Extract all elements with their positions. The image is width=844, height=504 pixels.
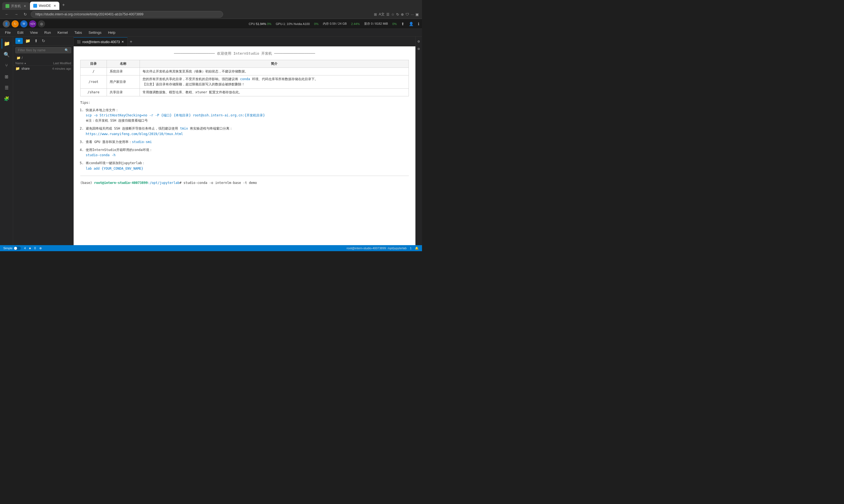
tips-title: Tips:	[80, 100, 409, 105]
file-list-header: Name ▲ Last Modified	[13, 61, 73, 66]
tip1-text: 快速从本地上传文件：	[86, 108, 119, 112]
back-button[interactable]: ←	[3, 12, 11, 17]
tip2-text: 避免因终端关闭或 SSH 连接断开导致任务终止，强烈建议使用 tmix 将实验进…	[86, 127, 233, 130]
user-avatar-icon[interactable]: 👤	[3, 20, 10, 28]
simple-mode-toggle[interactable]: Simple	[3, 247, 21, 250]
toggle-thumb	[14, 247, 17, 250]
target-icon[interactable]: ◎	[38, 20, 45, 28]
browser-chrome: 开发机 ✕ WebIDE ✕ + ← → ↻ ⊞ A文 ☰ ☆ ↻ ⊕ 🛡 ··…	[0, 0, 422, 19]
upload-button[interactable]: ⬆	[401, 22, 404, 26]
welcome-title: ─────────────────── 欢迎使用 InternStudio 开发…	[80, 51, 409, 57]
new-folder-button[interactable]: 📁	[24, 38, 32, 44]
activity-bar: 📁 🔍 ⑂ ⊞ ☰ 🧩	[0, 37, 13, 245]
refresh-button[interactable]: ↻	[22, 12, 29, 17]
tab-favicon-dev	[5, 4, 9, 8]
sidebar-toolbar: + 📁 ⬆ ↻	[13, 37, 73, 46]
tab-close-dev[interactable]: ✕	[24, 4, 26, 8]
browser-tab-dev[interactable]: 开发机 ✕	[2, 2, 29, 10]
tip-2: 避免因终端关闭或 SSH 连接断开导致任务终止，强烈建议使用 tmix 将实验进…	[86, 126, 409, 137]
row2-desc: 您的所有开发机共享此目录，不受开发机的启停影响。强烈建议将 conda 环境、代…	[140, 75, 409, 88]
status-path: root@intern-studio-40073899: /opt/jupyte…	[346, 247, 406, 250]
info-button[interactable]: ℹ	[418, 22, 419, 26]
editor-tab-terminal[interactable]: ⬛ root@intern-studio-40073 ✕	[74, 37, 127, 46]
menu-kernel[interactable]: Kernel	[55, 30, 71, 35]
activity-list-icon[interactable]: ☰	[2, 83, 12, 92]
translate-button[interactable]: A文	[379, 12, 385, 17]
new-tab-button[interactable]: +	[60, 1, 67, 8]
menu-help[interactable]: Help	[105, 30, 118, 35]
right-panel-btn2[interactable]: ⚙	[416, 46, 421, 52]
main-layout: 📁 🔍 ⑂ ⊞ ☰ 🧩 + 📁 ⬆ ↻ 🔍 📁 / Name ▲	[0, 37, 422, 245]
resource-stats: CPU 51.94% 0% GPU-1: 10% Nvidia A100 0% …	[248, 22, 419, 26]
menu-bar: File Edit View Run Kernel Tabs Settings …	[0, 29, 422, 37]
menu-file[interactable]: File	[2, 30, 14, 35]
menu-settings[interactable]: Settings	[86, 30, 104, 35]
tip2-url: https://www.ruanyifeng.com/blog/2019/10/…	[86, 132, 183, 136]
brand-icon[interactable]: W	[20, 20, 28, 28]
favorites-button[interactable]: ☆	[391, 12, 395, 16]
row2-dir: /root	[81, 75, 107, 88]
code-icon[interactable]: </>	[29, 20, 36, 28]
folder-icon: 📁	[16, 56, 21, 60]
toggle-track[interactable]	[14, 247, 21, 250]
row1-name: 系统目录	[107, 68, 140, 75]
activity-files-icon[interactable]: 📁	[2, 39, 12, 49]
mem-stat: 内存 0.59 / 24 GB	[323, 22, 347, 26]
bell-icon[interactable]: 🔔	[415, 247, 419, 250]
list-item[interactable]: 📁 share 4 minutes ago	[13, 66, 73, 71]
right-panel-btn1[interactable]: ⚙	[416, 39, 421, 44]
activity-source-control-icon[interactable]: ⑂	[2, 61, 12, 71]
row1-desc: 每次停止开发机会将其恢复至系统（镜像）初始状态，不建议存储数据。	[140, 68, 409, 75]
language-icon[interactable]: ⊕	[39, 247, 42, 250]
add-tab-button[interactable]: +	[127, 37, 134, 46]
menu-view[interactable]: View	[27, 30, 40, 35]
more-button[interactable]: ···	[411, 12, 414, 16]
welcome-table: 目录 名称 简介 / 系统目录 每次停止开发机会将其恢复至系统（镜像）初始状态，…	[80, 60, 409, 96]
menu-run[interactable]: Run	[41, 30, 54, 35]
col-name-header[interactable]: Name ▲	[15, 61, 41, 65]
search-input[interactable]	[18, 48, 65, 52]
app-icons-left: 👤 ↻ W </> ◎	[3, 20, 45, 28]
new-file-button[interactable]: +	[15, 38, 23, 44]
reader-button[interactable]: ☰	[386, 12, 390, 16]
tips-section: Tips: 快速从本地上传文件： scp -o StrictHostKeyChe…	[80, 100, 409, 171]
table-header-desc: 简介	[140, 60, 409, 68]
extensions-button[interactable]: ⊞	[374, 12, 377, 16]
editor-content: ─────────────────── 欢迎使用 InternStudio 开发…	[74, 47, 415, 245]
prompt-user: root@intern-studio-40073899	[94, 181, 148, 185]
tip1-cmd: scp -o StrictHostKeyChecking=no -r -P {端…	[86, 113, 265, 117]
vram-stat: 显存 0 / 8182 MiB	[364, 22, 388, 26]
refresh-page-button[interactable]: ↻	[396, 12, 399, 16]
row3-name: 共享目录	[107, 88, 140, 96]
upload-file-button[interactable]: ⬆	[33, 38, 39, 44]
activity-extensions-icon[interactable]: ⊞	[2, 72, 12, 82]
status-right: root@intern-studio-40073899: /opt/jupyte…	[346, 247, 419, 250]
tab-count-badge: 4	[24, 247, 26, 250]
sidebar-toggle-button[interactable]: ▣	[415, 12, 419, 16]
browser-tab-webide[interactable]: WebIDE ✕	[30, 2, 59, 10]
table-row: / 系统目录 每次停止开发机会将其恢复至系统（镜像）初始状态，不建议存储数据。	[81, 68, 409, 75]
menu-tabs[interactable]: Tabs	[72, 30, 85, 35]
shield-button[interactable]: 🛡	[406, 12, 409, 16]
cell-count: 0	[34, 247, 36, 250]
refresh-files-button[interactable]: ↻	[40, 38, 47, 44]
profile-button[interactable]: 👤	[409, 22, 413, 26]
row1-dir: /	[81, 68, 107, 75]
file-item-modified: 4 minutes ago	[41, 67, 71, 70]
tab-close-btn[interactable]: ✕	[121, 40, 124, 44]
col-modified-header[interactable]: Last Modified	[41, 61, 71, 65]
status-left: Simple 4 ■ 0 ⊕	[3, 247, 42, 250]
status-bar-bottom: Simple 4 ■ 0 ⊕ root@intern-studio-400738…	[0, 245, 422, 251]
activity-search-icon[interactable]: 🔍	[2, 50, 12, 59]
browser-toolbar-actions: ⊞ A文 ☰ ☆ ↻ ⊕ 🛡 ··· ▣	[374, 12, 419, 17]
forward-button[interactable]: →	[13, 12, 20, 17]
collections-button[interactable]: ⊕	[401, 12, 404, 16]
menu-edit[interactable]: Edit	[15, 30, 26, 35]
row3-dir: /share	[81, 88, 107, 96]
activity-puzzle-icon[interactable]: 🧩	[2, 94, 12, 104]
sync-icon[interactable]: ↻	[12, 20, 19, 28]
address-input[interactable]	[31, 11, 223, 18]
folder-path-label: /	[22, 56, 22, 60]
table-row: /share 共享目录 常用微调数据集、模型仓库、教程、xtuner 配置文件都…	[81, 88, 409, 96]
tab-close-webide[interactable]: ✕	[54, 4, 56, 8]
